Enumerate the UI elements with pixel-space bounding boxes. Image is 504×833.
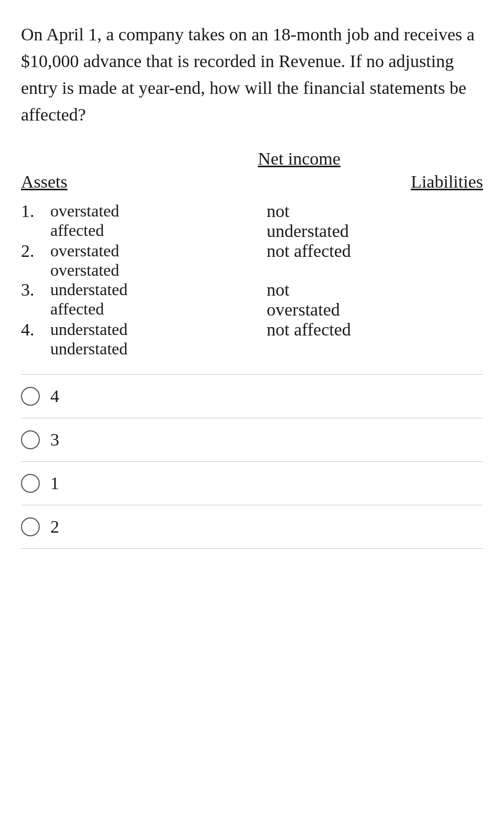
assets-value: understated affected (50, 280, 267, 320)
answer-label: 1 (50, 473, 59, 493)
radio-button[interactable] (21, 430, 40, 449)
radio-button[interactable] (21, 517, 40, 536)
assets-value: understated understated (50, 320, 267, 359)
netincome-liabilities-value: not affected (267, 241, 483, 280)
table-header-top: Net income (21, 149, 483, 169)
row-cols: understated understated not affected (50, 320, 483, 359)
table-header-bottom: Assets Liabilities (21, 172, 483, 192)
netincome-liabilities-value: not understated (267, 201, 483, 241)
radio-button[interactable] (21, 474, 40, 493)
assets-value: overstated affected (50, 201, 267, 241)
radio-button[interactable] (21, 387, 40, 406)
row-cols: overstated overstated not affected (50, 241, 483, 280)
reference-table: Net income Assets Liabilities 1. oversta… (21, 149, 483, 359)
row-cols: overstated affected not understated (50, 201, 483, 241)
table-row: 3. understated affected not overstated (21, 280, 483, 320)
answer-label: 2 (50, 517, 59, 537)
spacer (21, 149, 115, 169)
row-number: 3. (21, 280, 50, 320)
netincome-liabilities-value: not affected (267, 320, 483, 359)
table-row: 2. overstated overstated not affected (21, 241, 483, 280)
answer-option-opt3[interactable]: 3 (21, 418, 483, 462)
row-number: 2. (21, 241, 50, 280)
assets-header: Assets (21, 172, 115, 192)
answer-options-list: 4312 (21, 374, 483, 549)
answer-label: 3 (50, 430, 59, 450)
answer-option-opt1[interactable]: 1 (21, 462, 483, 505)
table-row: 1. overstated affected not understated (21, 201, 483, 241)
question-text: On April 1, a company takes on an 18-mon… (21, 21, 483, 128)
netincome-liabilities-value: not overstated (267, 280, 483, 320)
assets-value: overstated overstated (50, 241, 267, 280)
table-row: 4. understated understated not affected (21, 320, 483, 359)
answer-label: 4 (50, 386, 59, 406)
row-cols: understated affected not overstated (50, 280, 483, 320)
row-number: 4. (21, 320, 50, 359)
row-number: 1. (21, 201, 50, 241)
liabilities-header: Liabilities (115, 172, 483, 192)
answer-option-opt2[interactable]: 2 (21, 505, 483, 549)
table-data: 1. overstated affected not understated 2… (21, 201, 483, 359)
answer-option-opt4[interactable]: 4 (21, 374, 483, 418)
net-income-header: Net income (115, 149, 483, 169)
